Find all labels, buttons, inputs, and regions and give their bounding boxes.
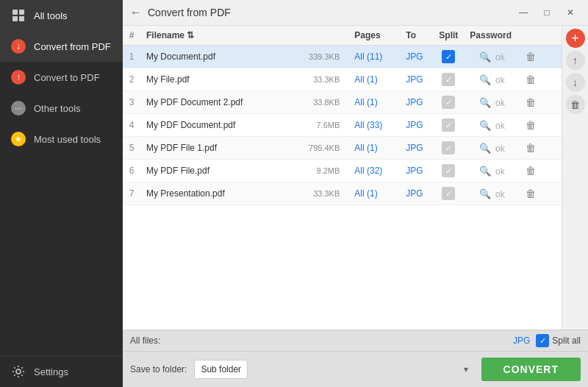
svg-rect-1 [19, 10, 24, 15]
row-num: 5 [123, 137, 140, 160]
row-pages[interactable]: All (1) [348, 182, 400, 205]
sidebar-item-all-tools[interactable]: All tools [0, 0, 123, 31]
delete-row-button[interactable]: 🗑 [523, 118, 538, 132]
row-to[interactable]: JPG [400, 91, 433, 114]
row-num: 1 [123, 46, 140, 68]
row-size: 339.3KB [295, 46, 349, 68]
row-actions: 🗑 [517, 91, 562, 114]
table-row: 5 My PDF File 1.pdf 795.4KB All (1) JPG … [123, 137, 562, 160]
search-password-button[interactable]: 🔍 [477, 118, 493, 132]
row-to[interactable]: JPG [400, 160, 433, 182]
row-pages[interactable]: All (33) [348, 114, 400, 137]
svg-rect-0 [12, 10, 18, 15]
file-table: # Filename ⇅ Pages To Split Password 1 M… [123, 26, 562, 205]
row-password: 🔍 ok [464, 114, 517, 137]
split-checkbox[interactable]: ✓ [442, 96, 455, 109]
convert-button[interactable]: CONVERT [481, 358, 581, 381]
search-password-button[interactable]: 🔍 [477, 187, 493, 201]
row-pages[interactable]: All (32) [348, 160, 400, 182]
col-header-split: Split [433, 26, 464, 46]
row-split[interactable]: ✓ [433, 91, 464, 114]
sidebar-item-convert-from-pdf[interactable]: ↓ Convert from PDF [0, 31, 123, 62]
row-pages[interactable]: All (1) [348, 68, 400, 91]
col-header-filename[interactable]: Filename ⇅ [140, 26, 295, 46]
search-password-button[interactable]: 🔍 [477, 141, 493, 155]
table-row: 7 My Presentation.pdf 33.3KB All (1) JPG… [123, 182, 562, 205]
row-password: 🔍 ok [464, 137, 517, 160]
sidebar-item-settings[interactable]: Settings [0, 356, 123, 387]
row-pages[interactable]: All (1) [348, 91, 400, 114]
delete-row-button[interactable]: 🗑 [523, 163, 538, 178]
sidebar-item-other-tools-label: Other tools [34, 103, 81, 114]
row-split[interactable]: ✓ [433, 114, 464, 137]
back-button[interactable]: ← [130, 6, 142, 19]
file-table-area: # Filename ⇅ Pages To Split Password 1 M… [123, 26, 562, 330]
add-file-button[interactable]: + [566, 29, 585, 48]
row-split[interactable]: ✓ [433, 182, 464, 205]
row-size: 7.6MB [295, 114, 349, 137]
search-password-button[interactable]: 🔍 [477, 96, 493, 110]
sidebar-item-convert-to-pdf[interactable]: ↑ Convert to PDF [0, 62, 123, 93]
split-checkbox[interactable]: ✓ [442, 141, 455, 155]
close-button[interactable]: ✕ [560, 4, 581, 21]
row-actions: 🗑 [517, 68, 562, 91]
row-num: 7 [123, 182, 140, 205]
row-split[interactable]: ✓ [433, 160, 464, 182]
move-down-button[interactable]: ↓ [566, 73, 585, 92]
row-to[interactable]: JPG [400, 137, 433, 160]
split-checkbox[interactable]: ✓ [442, 50, 455, 63]
row-actions: 🗑 [517, 46, 562, 68]
minimize-button[interactable]: — [513, 4, 534, 21]
sidebar-item-most-used[interactable]: ★ Most used tools [0, 124, 123, 155]
row-password: 🔍 ok [464, 160, 517, 182]
row-to[interactable]: JPG [400, 114, 433, 137]
delete-row-button[interactable]: 🗑 [523, 95, 538, 110]
row-actions: 🗑 [517, 182, 562, 205]
delete-row-button[interactable]: 🗑 [523, 72, 538, 87]
row-password: 🔍 ok [464, 182, 517, 205]
sidebar-item-other-tools[interactable]: ··· Other tools [0, 93, 123, 124]
split-checkbox[interactable]: ✓ [442, 164, 455, 177]
row-to[interactable]: JPG [400, 68, 433, 91]
footer-jpg-link[interactable]: JPG [513, 335, 530, 346]
split-checkbox[interactable]: ✓ [442, 118, 455, 132]
delete-row-button[interactable]: 🗑 [523, 49, 538, 64]
svg-rect-2 [12, 16, 18, 21]
row-to[interactable]: JPG [400, 46, 433, 68]
row-pages[interactable]: All (11) [348, 46, 400, 68]
row-pages[interactable]: All (1) [348, 137, 400, 160]
row-password: 🔍 ok [464, 91, 517, 114]
table-row: 2 My File.pdf 33.3KB All (1) JPG ✓ 🔍 ok … [123, 68, 562, 91]
delete-row-button[interactable]: 🗑 [523, 141, 538, 155]
row-actions: 🗑 [517, 114, 562, 137]
row-split[interactable]: ✓ [433, 137, 464, 160]
row-to[interactable]: JPG [400, 182, 433, 205]
table-row: 4 My PDF Document.pdf 7.6MB All (33) JPG… [123, 114, 562, 137]
password-status: ok [495, 121, 505, 131]
delete-row-button[interactable]: 🗑 [523, 186, 538, 201]
row-filename: My File.pdf [140, 68, 295, 91]
split-checkbox[interactable]: ✓ [442, 187, 455, 200]
folder-select[interactable]: Sub folder [194, 360, 248, 379]
password-status: ok [495, 166, 505, 177]
footer-split-all[interactable]: ✓ Split all [536, 334, 581, 347]
maximize-button[interactable]: □ [537, 4, 557, 21]
row-actions: 🗑 [517, 160, 562, 182]
row-num: 3 [123, 91, 140, 114]
row-num: 2 [123, 68, 140, 91]
delete-all-button[interactable]: 🗑 [566, 95, 585, 114]
row-size: 33.3KB [295, 182, 349, 205]
row-size: 795.4KB [295, 137, 349, 160]
save-to-folder-label: Save to folder: [130, 364, 187, 374]
footer-split-checkbox[interactable]: ✓ [536, 334, 549, 347]
move-up-button[interactable]: ↑ [566, 51, 585, 70]
split-checkbox[interactable]: ✓ [442, 73, 455, 86]
search-password-button[interactable]: 🔍 [477, 50, 493, 64]
row-split[interactable]: ✓ [433, 68, 464, 91]
sidebar-item-all-tools-label: All tools [34, 10, 68, 21]
row-split[interactable]: ✓ [433, 46, 464, 68]
search-password-button[interactable]: 🔍 [477, 164, 493, 178]
svg-rect-3 [19, 16, 24, 21]
row-actions: 🗑 [517, 137, 562, 160]
search-password-button[interactable]: 🔍 [477, 73, 493, 87]
